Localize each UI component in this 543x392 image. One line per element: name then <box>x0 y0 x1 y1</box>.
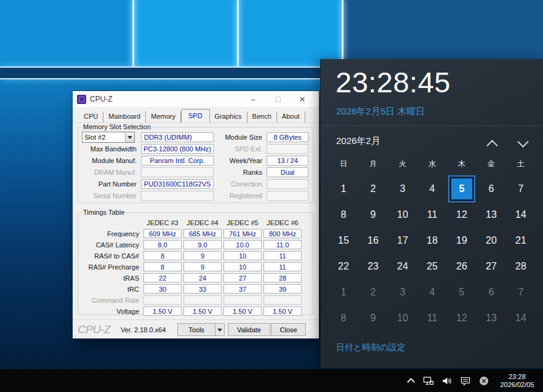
ranks-field: Dual <box>267 167 308 177</box>
date-link[interactable]: 2026年2月5日 木曜日 <box>336 106 425 118</box>
calendar-day[interactable]: 22 <box>329 254 358 279</box>
calendar-day[interactable]: 4 <box>417 279 447 305</box>
calendar-month-label[interactable]: 2026年2月 <box>336 135 380 147</box>
dram-manuf-field <box>141 167 214 177</box>
calendar-day[interactable]: 19 <box>447 228 477 254</box>
titlebar[interactable]: CPU-Z – ✕ <box>73 91 319 107</box>
calendar-weekday-header: 日月火水木金土 <box>329 158 536 170</box>
calendar-day[interactable]: 6 <box>477 176 506 202</box>
timings-cell: 33 <box>183 284 222 294</box>
validate-button[interactable]: Validate <box>228 323 270 336</box>
network-icon[interactable] <box>423 375 434 386</box>
timings-cell: 9 <box>183 262 222 271</box>
calendar-day[interactable]: 2 <box>358 176 388 202</box>
tab-about[interactable]: About <box>277 111 305 122</box>
calendar-next-button[interactable] <box>517 136 528 147</box>
calendar-day[interactable]: 13 <box>477 305 506 331</box>
timings-row-label: Frequency <box>80 230 142 238</box>
timings-cell: 30 <box>143 284 182 294</box>
module-type-field: DDR3 (UDIMM) <box>141 132 214 142</box>
cpuz-window: CPU-Z – ✕ CPU Mainboard Memory SPD Graph… <box>73 91 319 338</box>
calendar-day[interactable]: 1 <box>329 176 358 202</box>
volume-icon[interactable] <box>441 375 452 386</box>
wallpaper-beam <box>132 0 134 66</box>
calendar-day[interactable]: 4 <box>417 176 447 202</box>
tools-button[interactable]: Tools <box>177 323 215 336</box>
tab-graphics[interactable]: Graphics <box>210 111 247 122</box>
calendar-day[interactable]: 7 <box>506 279 536 305</box>
calendar-day[interactable]: 27 <box>477 254 506 279</box>
system-tray: 23:28 2026/02/05 <box>403 369 542 392</box>
calendar-day[interactable]: 12 <box>447 305 477 331</box>
calendar-day[interactable]: 10 <box>388 202 417 228</box>
calendar-day[interactable]: 3 <box>388 176 417 202</box>
clock-time: 23:28:45 <box>336 65 451 99</box>
calendar-prev-button[interactable] <box>486 140 497 151</box>
calendar-day[interactable]: 12 <box>447 202 477 228</box>
calendar-day[interactable]: 14 <box>506 305 536 331</box>
calendar-weekday-label: 水 <box>417 158 447 170</box>
calendar-day[interactable]: 15 <box>329 228 358 254</box>
tray-x-circle-icon[interactable] <box>478 375 489 386</box>
action-center-icon[interactable] <box>460 375 471 386</box>
taskbar-time: 23:28 <box>497 373 537 381</box>
timings-cell: 9.0 <box>183 240 222 249</box>
calendar-weekday-label: 木 <box>447 158 477 170</box>
close-button[interactable]: ✕ <box>290 91 315 107</box>
calendar-day[interactable]: 17 <box>388 228 417 254</box>
slot-selector[interactable]: Slot #2 <box>82 132 135 143</box>
calendar-day[interactable]: 8 <box>329 202 358 228</box>
close-window-button[interactable]: Close <box>271 323 306 336</box>
max-bandwidth-label: Max Bandwidth <box>80 145 139 153</box>
calendar-day[interactable]: 25 <box>417 254 447 279</box>
timings-cell: 11.0 <box>263 240 302 249</box>
calendar-day[interactable]: 5 <box>447 279 477 305</box>
tab-memory[interactable]: Memory <box>146 111 181 122</box>
tab-bench[interactable]: Bench <box>247 111 277 122</box>
dropdown-arrow-icon[interactable] <box>125 132 134 142</box>
timings-cell: 1.50 V <box>223 306 262 316</box>
calendar-day[interactable]: 9 <box>358 305 388 331</box>
desktop: CPU-Z – ✕ CPU Mainboard Memory SPD Graph… <box>0 0 543 392</box>
calendar-day[interactable]: 6 <box>477 279 506 305</box>
calendar-day[interactable]: 14 <box>506 202 536 228</box>
hidden-icons-chevron[interactable] <box>407 378 415 386</box>
timings-col-header: JEDEC #4 <box>183 219 222 226</box>
calendar-weekday-label: 月 <box>358 158 388 170</box>
tab-mainboard[interactable]: Mainboard <box>103 111 146 122</box>
calendar-day[interactable]: 23 <box>358 254 388 279</box>
calendar-day[interactable]: 2 <box>358 279 388 305</box>
calendar-day[interactable]: 3 <box>388 279 417 305</box>
ranks-label: Ranks <box>216 169 264 176</box>
tab-cpu[interactable]: CPU <box>79 111 103 122</box>
timings-cell: 27 <box>223 273 262 282</box>
group-legend: Memory Slot Selection <box>81 123 153 130</box>
minimize-button[interactable]: – <box>241 91 265 107</box>
calendar-day[interactable]: 26 <box>447 254 477 279</box>
calendar-day[interactable]: 10 <box>388 305 417 331</box>
calendar-day[interactable]: 16 <box>358 228 388 254</box>
calendar-day[interactable]: 13 <box>477 202 506 228</box>
tools-dropdown-arrow[interactable] <box>215 323 225 336</box>
calendar-day[interactable]: 24 <box>388 254 417 279</box>
timings-cell <box>263 295 302 305</box>
calendar-weekday-label: 日 <box>329 158 358 170</box>
taskbar-clock[interactable]: 23:28 2026/02/05 <box>497 373 537 389</box>
calendar-day-selected[interactable]: 5 <box>447 176 477 202</box>
tab-spd[interactable]: SPD <box>181 109 210 123</box>
statusbar: CPU-Z Ver. 2.18.0.x64 Tools Validate Clo… <box>73 319 319 338</box>
calendar-day[interactable]: 9 <box>358 202 388 228</box>
calendar-day[interactable]: 28 <box>506 254 536 279</box>
calendar-day[interactable]: 21 <box>506 228 536 254</box>
calendar-day[interactable]: 11 <box>417 202 447 228</box>
timings-cell: 1.50 V <box>183 306 222 316</box>
calendar-day[interactable]: 8 <box>329 305 358 331</box>
calendar-day[interactable]: 18 <box>417 228 447 254</box>
spd-ext-field <box>267 144 308 154</box>
module-size-field: 8 GBytes <box>267 132 308 142</box>
datetime-settings-link[interactable]: 日付と時刻の設定 <box>336 342 406 353</box>
calendar-day[interactable]: 11 <box>417 305 447 331</box>
calendar-day[interactable]: 20 <box>477 228 506 254</box>
calendar-day[interactable]: 1 <box>329 279 358 305</box>
calendar-day[interactable]: 7 <box>506 176 536 202</box>
